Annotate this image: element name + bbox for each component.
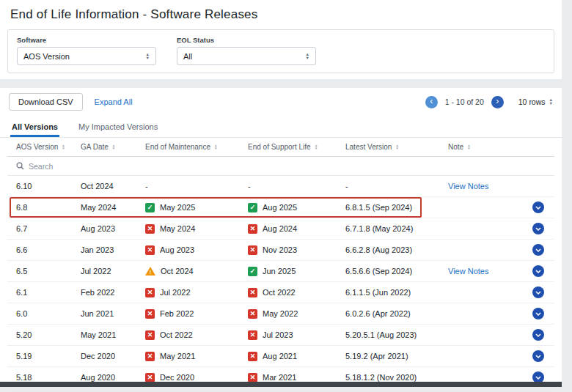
status-date: Oct 2022 <box>160 330 193 339</box>
column-header-end-of-maintenance[interactable]: End of Maintenance <box>136 143 239 151</box>
expand-row-button[interactable] <box>532 286 544 298</box>
sort-icon <box>62 144 65 150</box>
column-header-note[interactable]: Note <box>439 143 521 151</box>
status-icon: ✕ <box>248 330 257 340</box>
expand-row-button[interactable] <box>532 223 544 234</box>
status-icon: ✕ <box>248 352 257 361</box>
chevron-down-icon <box>535 248 541 252</box>
prev-page-button[interactable]: ‹ <box>425 96 438 108</box>
double-caret-icon <box>306 53 309 60</box>
status-date: Dec 2020 <box>160 373 194 382</box>
cell-end-of-maintenance: ✕ Feb 2022 <box>136 309 239 319</box>
chevron-down-icon <box>535 270 541 273</box>
eol-status-filter-label: EOL Status <box>177 36 316 44</box>
cell-end-of-maintenance: ✕ Oct 2022 <box>136 330 239 340</box>
search-input[interactable] <box>29 162 205 171</box>
table-row: 6.7 Aug 2023 ✕ May 2024 ✕ Aug 2024 6.7.1… <box>7 218 554 240</box>
cell-ga-date: Dec 2020 <box>72 352 136 360</box>
status-icon: ✕ <box>145 309 155 319</box>
eol-status-filter-group: EOL Status All <box>177 36 316 65</box>
table-row: 6.6 Jan 2023 ✕ Aug 2023 ✕ Nov 2023 6.6.2… <box>7 240 554 261</box>
status-date: May 2024 <box>160 224 195 233</box>
column-header-end-of-support-life[interactable]: End of Support Life <box>239 143 337 151</box>
status-icon: ✓ <box>248 203 257 212</box>
column-label: Note <box>448 143 463 151</box>
cell-ga-date: Jul 2022 <box>72 267 136 275</box>
cell-ga-date: Jan 2023 <box>72 245 136 254</box>
cell-aos-version: 5.18 <box>7 373 72 382</box>
column-header-aos-version[interactable]: AOS Version <box>7 143 72 151</box>
cell-latest-version: 5.18.1.2 (Nov 2020) <box>337 373 439 382</box>
expand-all-link[interactable]: Expand All <box>95 97 133 106</box>
cell-aos-version: 6.6 <box>7 245 72 254</box>
software-filter-label: Software <box>17 36 156 44</box>
column-label: End of Support Life <box>248 143 311 151</box>
expand-row-button[interactable] <box>532 308 544 319</box>
status-date: Feb 2022 <box>160 309 194 318</box>
double-caret-icon <box>549 98 553 106</box>
status-date: Nov 2023 <box>263 245 297 254</box>
column-header-ga-date[interactable]: GA Date <box>72 143 136 151</box>
cell-latest-version: 6.1.1.5 (Jun 2022) <box>337 288 439 297</box>
cell-aos-version: 6.0 <box>7 309 72 318</box>
cell-end-of-maintenance: ! Oct 2024 <box>136 267 239 275</box>
status-icon: ✕ <box>248 288 257 297</box>
tab-my-impacted-versions[interactable]: My Impacted Versions <box>77 116 159 137</box>
sort-icon <box>395 144 398 150</box>
cell-end-of-support-life: ✕ Mar 2021 <box>239 373 337 382</box>
status-date: Oct 2024 <box>161 267 194 275</box>
table-row: 6.0 Jun 2021 ✕ Feb 2022 ✕ May 2022 6.0.2… <box>7 303 554 325</box>
toolbar: Download CSV Expand All ‹ 1 - 10 of 20 ›… <box>0 88 562 116</box>
tab-all-versions[interactable]: All Versions <box>10 116 59 137</box>
status-icon: ! <box>145 267 155 275</box>
expand-row-button[interactable] <box>532 329 544 341</box>
sort-icon <box>214 144 217 150</box>
versions-table: AOS Version GA Date End of Maintenance E… <box>7 138 554 388</box>
cell-note: View Notes <box>439 267 521 275</box>
bottom-bar <box>0 382 562 387</box>
cell-aos-version: 6.5 <box>7 267 72 275</box>
cell-aos-version: 5.20 <box>7 330 72 339</box>
rows-per-page-value: 10 rows <box>518 97 546 106</box>
table-row: 6.10 Oct 2024 - - - View Notes <box>7 176 554 197</box>
cell-end-of-support-life: ✕ Aug 2024 <box>239 224 337 234</box>
view-notes-link[interactable]: View Notes <box>448 182 488 191</box>
cell-expand <box>521 201 554 213</box>
column-label: End of Maintenance <box>145 143 210 151</box>
cell-latest-version: - <box>337 182 439 191</box>
column-label: Latest Version <box>345 143 392 151</box>
cell-end-of-support-life: ✓ Aug 2025 <box>239 203 337 212</box>
status-date: May 2022 <box>263 309 298 318</box>
status-date: May 2025 <box>160 203 195 212</box>
eol-status-select[interactable]: All <box>177 47 316 65</box>
cell-latest-version: 6.0.2.6 (Apr 2022) <box>337 309 439 318</box>
column-header-latest-version[interactable]: Latest Version <box>337 143 439 151</box>
cell-latest-version: 5.19.2 (Apr 2021) <box>337 352 439 360</box>
status-date: Jul 2022 <box>160 288 191 297</box>
table-row: 6.8 May 2024 ✓ May 2025 ✓ Aug 2025 6.8.1… <box>7 197 554 218</box>
download-csv-button[interactable]: Download CSV <box>9 93 83 111</box>
view-notes-link[interactable]: View Notes <box>448 267 488 275</box>
rows-per-page-select[interactable]: 10 rows <box>518 97 553 106</box>
expand-row-button[interactable] <box>532 265 544 277</box>
chevron-down-icon <box>535 291 541 295</box>
expand-row-button[interactable] <box>532 201 544 213</box>
next-page-button[interactable]: › <box>491 96 504 108</box>
status-date: Aug 2021 <box>263 352 297 360</box>
cell-ga-date: May 2024 <box>72 203 136 212</box>
cell-latest-version: 5.20.5.1 (Aug 2023) <box>337 330 439 339</box>
sort-icon <box>467 144 470 150</box>
table-row: 5.20 May 2021 ✕ Oct 2022 ✕ Jul 2023 5.20… <box>7 325 554 346</box>
software-select[interactable]: AOS Version <box>17 47 156 65</box>
chevron-down-icon <box>535 355 541 358</box>
status-icon: ✕ <box>248 245 257 255</box>
expand-row-button[interactable] <box>532 244 544 256</box>
cell-end-of-maintenance: - <box>136 182 239 191</box>
cell-latest-version: 6.6.2.8 (Aug 2023) <box>337 245 439 254</box>
cell-end-of-maintenance: ✕ Aug 2023 <box>136 245 239 255</box>
chevron-down-icon <box>535 227 541 231</box>
cell-expand <box>521 329 554 341</box>
expand-row-button[interactable] <box>532 350 544 362</box>
column-label: GA Date <box>81 143 109 151</box>
cell-expand <box>521 265 554 277</box>
